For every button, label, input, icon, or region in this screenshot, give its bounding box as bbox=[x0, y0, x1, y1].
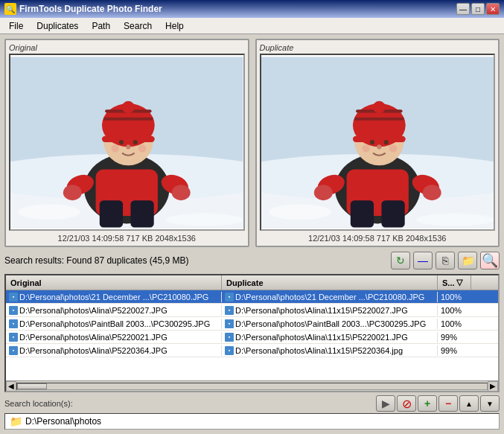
original-panel: Original bbox=[4, 39, 249, 247]
location-input[interactable]: 📁 D:\Personal\photos bbox=[4, 413, 500, 430]
add-location-button[interactable]: + bbox=[418, 395, 437, 412]
remove-location-button[interactable]: − bbox=[438, 395, 458, 412]
svg-point-9 bbox=[122, 101, 135, 114]
toolbar-buttons: ↻ — ⎘ 📁 🔍 bbox=[391, 252, 500, 269]
folder-button[interactable]: 📁 bbox=[458, 252, 477, 269]
scroll-right-button[interactable]: ▶ bbox=[488, 381, 498, 392]
cell-duplicate-4: ▪ D:\Personal\photos\Alina\11x15\P522036… bbox=[222, 345, 438, 356]
cell-score-3: 99% bbox=[438, 332, 471, 342]
svg-point-22 bbox=[18, 204, 80, 220]
col-header-duplicate[interactable]: Duplicate bbox=[222, 275, 438, 290]
menu-duplicates[interactable]: Duplicates bbox=[31, 19, 84, 33]
col-header-score[interactable]: S... ▽ bbox=[438, 275, 471, 290]
file-icon: ▪ bbox=[225, 293, 234, 301]
table-row[interactable]: ▪ D:\Personal\photos\Alina\P5220021.JPG … bbox=[6, 331, 498, 344]
original-photo-svg bbox=[10, 55, 243, 229]
refresh-button[interactable]: ↻ bbox=[391, 252, 410, 269]
col-header-original[interactable]: Original bbox=[6, 275, 222, 290]
svg-point-34 bbox=[369, 140, 374, 144]
minimize-button[interactable]: — bbox=[456, 3, 470, 15]
svg-point-12 bbox=[111, 144, 118, 152]
file-icon: ▪ bbox=[9, 306, 18, 315]
cell-duplicate-1: ▪ D:\Personal\photos\Alina\11x15\P522002… bbox=[222, 305, 438, 316]
svg-point-14 bbox=[126, 144, 130, 149]
cell-duplicate-3: ▪ D:\Personal\photos\Alina\11x15\P522002… bbox=[222, 332, 438, 342]
toolbar-row: Search results: Found 87 duplicates (45,… bbox=[4, 250, 500, 271]
menu-help[interactable]: Help bbox=[159, 19, 190, 33]
stop-button[interactable]: ⊘ bbox=[397, 395, 416, 412]
table-header: Original Duplicate S... ▽ bbox=[6, 275, 498, 290]
svg-rect-40 bbox=[350, 200, 373, 227]
cell-score-0: 100% bbox=[438, 292, 471, 302]
cell-original-3: ▪ D:\Personal\photos\Alina\P5220021.JPG bbox=[6, 332, 222, 342]
svg-point-20 bbox=[63, 185, 82, 200]
file-icon: ▪ bbox=[225, 306, 234, 315]
copy-button[interactable]: ⎘ bbox=[436, 252, 455, 269]
svg-point-11 bbox=[133, 140, 138, 144]
scroll-left-button[interactable]: ◀ bbox=[6, 381, 16, 392]
svg-point-37 bbox=[389, 144, 396, 152]
title-bar-buttons: — □ ✕ bbox=[456, 3, 500, 15]
table-row[interactable]: ▪ D:\Personal\photos\Alina\P5220027.JPG … bbox=[6, 304, 498, 317]
move-down-button[interactable]: ▼ bbox=[480, 395, 500, 412]
svg-rect-16 bbox=[100, 200, 123, 227]
title-bar: 🔍 FirmTools Duplicate Photo Finder — □ ✕ bbox=[0, 0, 504, 18]
search-results-text: Search results: Found 87 duplicates (45,… bbox=[4, 255, 188, 266]
window-title: FirmTools Duplicate Photo Finder bbox=[19, 4, 162, 14]
svg-point-45 bbox=[422, 185, 441, 200]
results-table: Original Duplicate S... ▽ ▪ D:\Personal\… bbox=[4, 274, 500, 392]
scroll-thumb[interactable] bbox=[17, 383, 47, 389]
file-icon: ▪ bbox=[9, 333, 18, 342]
table-body: ▪ D:\Personal\photos\21 December ...\PC2… bbox=[6, 290, 498, 380]
svg-rect-31 bbox=[354, 118, 404, 121]
cell-score-2: 100% bbox=[438, 319, 471, 329]
svg-rect-17 bbox=[130, 200, 153, 227]
move-up-button[interactable]: ▲ bbox=[459, 395, 479, 412]
cell-original-2: ▪ D:\Personal\photos\PaintBall 2003...\P… bbox=[6, 319, 222, 329]
search-location-label: Search location(s): bbox=[4, 399, 73, 408]
table-row[interactable]: ▪ D:\Personal\photos\PaintBall 2003...\P… bbox=[6, 317, 498, 331]
menu-file[interactable]: File bbox=[3, 19, 29, 33]
table-row[interactable]: ▪ D:\Personal\photos\Alina\P5220364.JPG … bbox=[6, 344, 498, 357]
original-label: Original bbox=[9, 43, 37, 52]
horizontal-scrollbar[interactable]: ◀ ▶ bbox=[6, 380, 498, 391]
app-icon: 🔍 bbox=[4, 3, 16, 15]
cell-duplicate-0: ▪ D:\Personal\photos\21 December ...\PC2… bbox=[222, 292, 438, 302]
search-button[interactable]: 🔍 bbox=[480, 252, 500, 269]
svg-rect-41 bbox=[381, 200, 404, 227]
photos-row: Original bbox=[4, 39, 500, 247]
main-content: Original bbox=[0, 34, 504, 434]
close-button[interactable]: ✕ bbox=[486, 3, 500, 15]
original-meta: 12/21/03 14:09:58 717 KB 2048x1536 bbox=[58, 234, 196, 243]
play-button[interactable]: ▶ bbox=[376, 395, 395, 412]
search-location-row: Search location(s): ▶ ⊘ + − ▲ ▼ bbox=[4, 395, 500, 412]
table-row[interactable]: ▪ D:\Personal\photos\21 December ...\PC2… bbox=[6, 290, 498, 304]
svg-point-23 bbox=[165, 214, 243, 226]
svg-point-44 bbox=[313, 185, 332, 200]
menu-search[interactable]: Search bbox=[118, 19, 158, 33]
duplicate-photo-svg bbox=[261, 55, 494, 229]
cell-duplicate-2: ▪ D:\Personal\photos\PaintBall 2003...\P… bbox=[222, 319, 438, 329]
file-icon: ▪ bbox=[9, 319, 18, 328]
file-icon: ▪ bbox=[9, 346, 18, 355]
file-icon: ▪ bbox=[225, 346, 234, 355]
svg-point-33 bbox=[373, 101, 386, 114]
location-buttons: ▶ ⊘ + − ▲ ▼ bbox=[376, 395, 500, 412]
maximize-button[interactable]: □ bbox=[471, 3, 485, 15]
search-location-section: Search location(s): ▶ ⊘ + − ▲ ▼ 📁 D:\Per… bbox=[4, 395, 500, 430]
folder-icon: 📁 bbox=[10, 415, 22, 427]
cell-score-4: 99% bbox=[438, 345, 471, 356]
scroll-track[interactable] bbox=[16, 383, 488, 390]
cell-original-1: ▪ D:\Personal\photos\Alina\P5220027.JPG bbox=[6, 305, 222, 316]
duplicate-meta: 12/21/03 14:09:58 717 KB 2048x1536 bbox=[308, 234, 446, 243]
cell-original-0: ▪ D:\Personal\photos\21 December ...\PC2… bbox=[6, 292, 222, 302]
svg-point-35 bbox=[383, 140, 388, 144]
svg-point-10 bbox=[119, 140, 124, 144]
menu-path[interactable]: Path bbox=[86, 19, 116, 33]
duplicate-panel: Duplicate bbox=[255, 39, 500, 247]
location-path: D:\Personal\photos bbox=[25, 416, 101, 427]
svg-rect-6 bbox=[102, 136, 155, 142]
minus-button[interactable]: — bbox=[413, 252, 433, 269]
file-icon: ▪ bbox=[225, 319, 234, 328]
file-icon: ▪ bbox=[225, 333, 234, 342]
